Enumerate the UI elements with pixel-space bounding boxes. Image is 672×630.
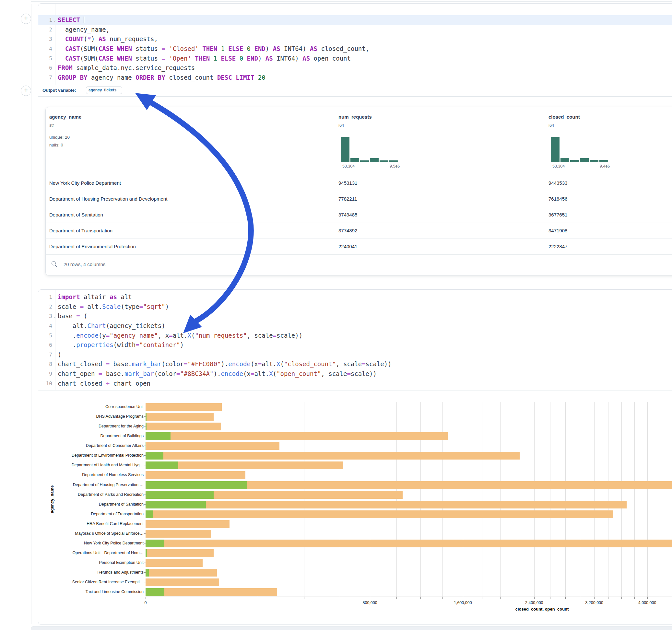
- search-icon-handle: [55, 265, 57, 267]
- cell-group-rail: [31, 4, 31, 624]
- plus-icon: +: [24, 15, 28, 22]
- code-line-text: agency_name,: [55, 25, 110, 35]
- line-number: 10: [38, 379, 55, 389]
- line-number: 9: [38, 369, 55, 379]
- line-number: 5: [38, 54, 55, 64]
- code-line-text: chart_closed = base.mark_bar(color="#FFC…: [55, 359, 391, 369]
- code-line-text: GROUP BY agency_name ORDER BY closed_cou…: [55, 73, 265, 83]
- python-output-divider: [38, 390, 672, 391]
- output-variable-label: Output variable:: [43, 88, 76, 93]
- code-line-text: COUNT(*) AS num_requests,: [55, 34, 158, 44]
- code-line: 6FROM sample_data.nyc.service_requests: [38, 63, 672, 73]
- sql-output-divider-bottom: [38, 96, 672, 97]
- line-number: 3: [38, 34, 55, 44]
- line-number: 1: [38, 292, 55, 302]
- sql-output-divider-top: [38, 85, 672, 85]
- search-icon[interactable]: [51, 261, 58, 267]
- line-number: 5: [38, 331, 55, 341]
- code-line: 8chart_closed = base.mark_bar(color="#FF…: [38, 359, 672, 369]
- code-line: 9chart_open = base.mark_bar(color="#8BC3…: [38, 369, 672, 379]
- code-line-text: scale = alt.Scale(type="sqrt"): [55, 302, 169, 312]
- line-number: 8: [38, 359, 55, 369]
- code-line-text: base = (: [55, 311, 88, 321]
- sql-code-editor[interactable]: 1⌄SELECT 2 agency_name,3 COUNT(*) AS num…: [38, 15, 672, 82]
- code-line: 1⌄SELECT: [38, 15, 672, 25]
- code-line: 5 CAST(SUM(CASE WHEN status = 'Open' THE…: [38, 54, 672, 64]
- line-number: 3⌄: [38, 311, 55, 321]
- code-line: 6 .properties(width="container"): [38, 340, 672, 350]
- code-line: 7): [38, 350, 672, 360]
- top-divider: [31, 1, 672, 2]
- x-axis-title: closed_count, open_count: [477, 607, 607, 611]
- fold-caret-icon[interactable]: ⌄: [53, 312, 56, 321]
- line-number: 4: [38, 321, 55, 331]
- code-line: 7GROUP BY agency_name ORDER BY closed_co…: [38, 73, 672, 83]
- code-line-text: SELECT: [55, 15, 84, 25]
- line-number: 7: [38, 73, 55, 83]
- code-line: 3⌄base = (: [38, 311, 672, 321]
- line-number: 1⌄: [38, 15, 55, 25]
- dataframe-preview-card: [45, 107, 672, 275]
- code-line: 5 .encode(y="agency_name", x=alt.X("num_…: [38, 331, 672, 341]
- y-axis-title: agency_name: [50, 480, 54, 519]
- code-line-text: alt.Chart(agency_tickets): [55, 321, 165, 331]
- code-line-text: .properties(width="container"): [55, 340, 184, 350]
- fold-caret-icon[interactable]: ⌄: [53, 16, 56, 25]
- text-cursor: [83, 17, 84, 23]
- code-line: 3 COUNT(*) AS num_requests,: [38, 34, 672, 44]
- code-line: 1import altair as alt: [38, 292, 672, 302]
- plus-icon: +: [24, 87, 28, 94]
- code-line: 10chart_closed + chart_open: [38, 379, 672, 389]
- code-line-text: chart_closed + chart_open: [55, 379, 150, 389]
- code-line: 4 alt.Chart(agency_tickets): [38, 321, 672, 331]
- code-line-text: import altair as alt: [55, 292, 132, 302]
- python-code-editor[interactable]: 1import altair as alt2scale = alt.Scale(…: [38, 292, 672, 388]
- line-number: 6: [38, 63, 55, 73]
- line-number: 2: [38, 302, 55, 312]
- code-line-text: CAST(SUM(CASE WHEN status = 'Closed' THE…: [55, 44, 369, 54]
- add-cell-button-output[interactable]: +: [21, 86, 31, 96]
- code-line-text: FROM sample_data.nyc.service_requests: [55, 63, 195, 73]
- code-line: 4 CAST(SUM(CASE WHEN status = 'Closed' T…: [38, 44, 672, 54]
- line-number: 6: [38, 340, 55, 350]
- add-cell-button-top[interactable]: +: [21, 14, 31, 24]
- code-line-text: chart_open = base.mark_bar(color="#8BC34…: [55, 369, 377, 379]
- line-number: 4: [38, 44, 55, 54]
- code-line: 2scale = alt.Scale(type="sqrt"): [38, 302, 672, 312]
- notebook-page: + + 1⌄SELECT 2 agency_name,3 COUNT(*) AS…: [0, 0, 672, 630]
- line-number: 7: [38, 350, 55, 360]
- code-line-text: CAST(SUM(CASE WHEN status = 'Open' THEN …: [55, 54, 351, 64]
- line-number: 2: [38, 25, 55, 35]
- next-cell-edge: [31, 626, 672, 630]
- code-line: 2 agency_name,: [38, 25, 672, 35]
- code-line-text: ): [55, 350, 61, 360]
- code-line-text: .encode(y="agency_name", x=alt.X("num_re…: [55, 331, 303, 341]
- output-variable-chip[interactable]: agency_tickets: [86, 87, 122, 94]
